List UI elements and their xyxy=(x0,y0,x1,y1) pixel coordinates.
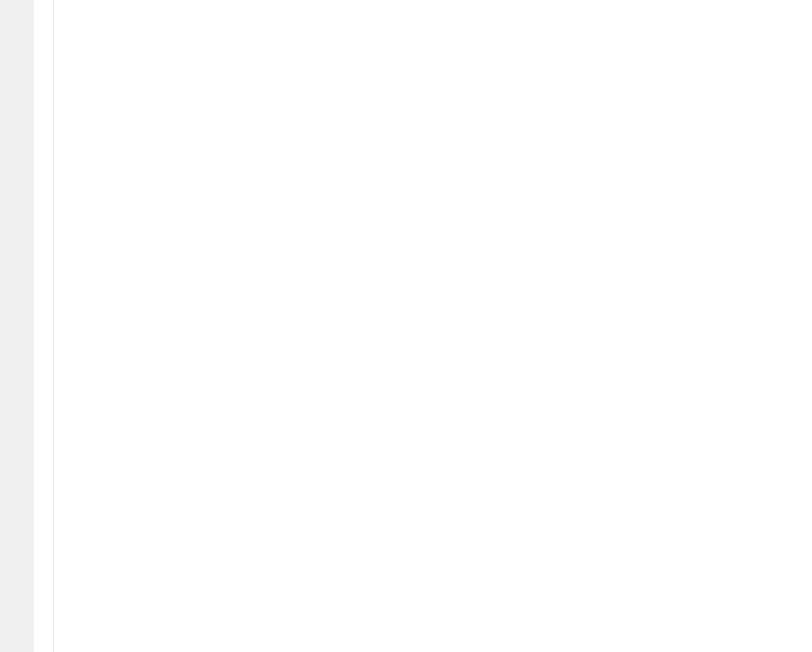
line-number-gutter[interactable] xyxy=(0,0,34,652)
code-editor[interactable] xyxy=(0,0,812,652)
code-area[interactable] xyxy=(54,0,812,652)
fold-column[interactable] xyxy=(34,0,54,652)
